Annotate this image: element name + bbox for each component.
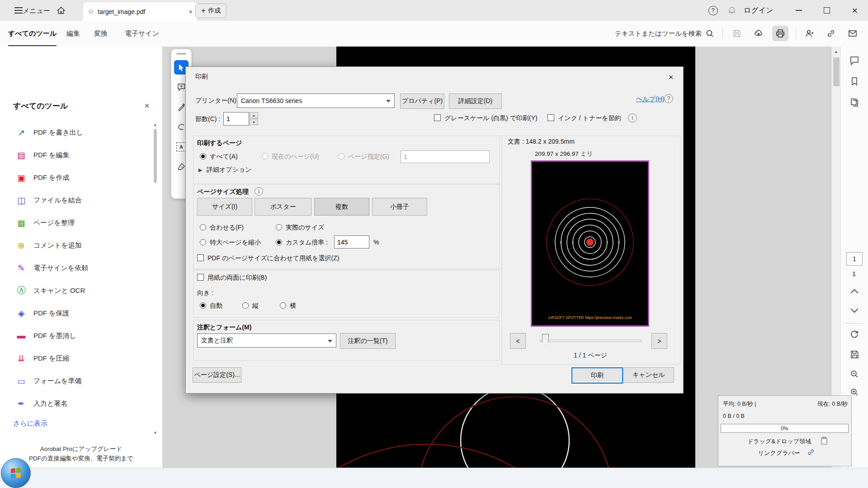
page-up-icon[interactable] xyxy=(849,287,860,299)
dialog-close-icon[interactable]: × xyxy=(664,71,678,83)
print-button[interactable]: 印刷 xyxy=(571,367,623,384)
cancel-button[interactable]: キャンセル xyxy=(623,367,674,383)
more-options-arrow-icon[interactable]: ▶ xyxy=(198,167,202,173)
sidebar-scrollbar[interactable]: ▲ ▼ xyxy=(153,122,157,435)
tab-edit[interactable]: 編集 xyxy=(66,21,80,46)
drag-handle[interactable] xyxy=(176,53,186,55)
tool-list-item[interactable]: ◈ PDF を保護 xyxy=(0,302,154,324)
tool-list-item[interactable]: ↗ PDF を書き出し xyxy=(0,121,154,144)
pages-all-label: すべて(A) xyxy=(210,153,238,161)
page-setup-button[interactable]: ページ設定(S)... xyxy=(193,367,241,383)
advanced-button[interactable]: 詳細設定(D) xyxy=(449,94,502,109)
save-ink-checkbox[interactable] xyxy=(547,114,554,121)
tab-esign[interactable]: 電子サイン xyxy=(125,21,159,46)
custom-scale-input[interactable] xyxy=(334,235,369,249)
tool-list-item[interactable]: ▦ ページを整理 xyxy=(0,211,154,234)
link-icon[interactable] xyxy=(823,26,839,41)
grayscale-checkbox[interactable] xyxy=(434,114,441,121)
scrollbar-thumb[interactable] xyxy=(833,57,840,86)
dnd-zone-label[interactable]: ドラッグ&ドロップ領域 xyxy=(747,437,811,446)
tool-list-item[interactable]: ⇊ PDF を圧縮 xyxy=(0,347,154,370)
page-range-input[interactable] xyxy=(401,150,490,163)
orientation-landscape-radio[interactable] xyxy=(280,302,286,309)
booklet-button[interactable]: 小冊子 xyxy=(372,198,427,216)
start-button[interactable] xyxy=(1,458,31,488)
scroll-down-icon[interactable]: ▼ xyxy=(153,431,157,435)
show-more-link[interactable]: さらに表示 xyxy=(13,419,47,428)
pages-all-radio[interactable] xyxy=(200,153,206,160)
size-button[interactable]: サイズ(I) xyxy=(197,198,252,216)
previous-page-button[interactable]: < xyxy=(510,333,526,349)
search-icon[interactable] xyxy=(702,26,718,41)
actual-size-radio[interactable] xyxy=(276,224,282,230)
comments-select[interactable]: 文書と注釈 xyxy=(197,333,336,347)
tool-list-item[interactable]: ▭ フォームを準備 xyxy=(0,370,154,392)
help-icon[interactable]: ? xyxy=(703,0,723,21)
copies-stepper[interactable]: ▲▼ xyxy=(250,112,258,126)
more-options-label[interactable]: 詳細オプション xyxy=(207,166,252,174)
restore-button[interactable] xyxy=(816,0,837,21)
create-button[interactable]: + 作成 xyxy=(195,4,226,18)
duplex-checkbox[interactable] xyxy=(197,274,204,281)
help-question-icon[interactable]: ? xyxy=(664,94,673,103)
email-icon[interactable] xyxy=(844,26,861,41)
tool-list-item[interactable]: ⊕ コメントを追加 xyxy=(0,234,154,257)
minimize-button[interactable] xyxy=(788,0,809,21)
tab-all-tools[interactable]: すべてのツール xyxy=(8,21,57,46)
search-label[interactable]: テキストまたはツールを検索 xyxy=(615,29,702,38)
favorite-star-icon[interactable]: ☆ xyxy=(88,7,94,16)
menu-label[interactable]: メニュー xyxy=(23,7,50,15)
save-icon[interactable] xyxy=(729,26,745,41)
shrink-radio[interactable] xyxy=(200,239,206,245)
comments-panel-icon[interactable] xyxy=(849,55,860,66)
copies-input[interactable] xyxy=(223,112,249,126)
page-down-icon[interactable] xyxy=(849,303,860,315)
info-icon[interactable]: i xyxy=(628,113,637,122)
multiple-button[interactable]: 複数 xyxy=(314,198,369,216)
tool-list-item[interactable]: ▣ PDF を作成 xyxy=(0,166,154,189)
tab-close-icon[interactable]: × xyxy=(189,8,193,15)
home-icon[interactable] xyxy=(51,0,71,21)
scroll-up-icon[interactable]: ▲ xyxy=(834,49,838,54)
help-link[interactable]: ヘルプ(H) xyxy=(636,95,664,103)
print-preview: 9 9 8 8 AIRSOFT SPOTTER https://precisio… xyxy=(531,160,649,327)
refresh-icon[interactable] xyxy=(849,328,860,340)
tool-list-item[interactable]: ◫ ファイルを結合 xyxy=(0,189,154,211)
pages-current-radio[interactable] xyxy=(262,153,268,160)
scrollbar-thumb[interactable] xyxy=(154,129,157,183)
tool-list-item[interactable]: ▤ PDF を編集 xyxy=(0,144,154,166)
close-button[interactable]: × xyxy=(844,0,865,21)
panel-close-icon[interactable]: × xyxy=(141,100,153,112)
share-upload-icon[interactable] xyxy=(750,26,767,41)
poster-button[interactable]: ポスター xyxy=(255,198,311,216)
document-tab[interactable]: ☆ target_image.pdf × xyxy=(83,2,197,21)
orientation-portrait-radio[interactable] xyxy=(242,302,249,309)
zoom-out-icon[interactable] xyxy=(849,368,860,380)
add-user-icon[interactable] xyxy=(801,26,817,41)
printer-select[interactable]: Canon TS6630 series xyxy=(237,94,395,108)
print-icon[interactable] xyxy=(772,26,788,41)
tool-list-item[interactable]: ✒ 入力と署名 xyxy=(0,392,154,415)
summarize-comments-button[interactable]: 注釈の一覧(T) xyxy=(340,333,396,349)
login-button[interactable]: ログイン xyxy=(744,6,774,15)
tool-list-item[interactable]: ✎ 電子サインを依頼 xyxy=(0,257,154,279)
properties-button[interactable]: プロパティ(P) xyxy=(400,94,444,109)
tool-list-item[interactable]: ▬ PDF を墨消し xyxy=(0,324,154,347)
fit-radio[interactable] xyxy=(200,224,206,230)
tab-convert[interactable]: 変換 xyxy=(94,21,108,46)
size-info-icon[interactable]: i xyxy=(255,187,263,196)
choose-paper-checkbox[interactable] xyxy=(197,254,204,261)
current-page-input[interactable]: 1 xyxy=(846,252,863,266)
pages-range-radio[interactable] xyxy=(338,153,344,160)
custom-scale-radio[interactable] xyxy=(276,239,282,245)
save-disk-icon[interactable] xyxy=(849,348,860,360)
link-grabber-label[interactable]: リンクグラバー xyxy=(758,449,800,457)
preview-slider[interactable] xyxy=(539,339,642,342)
orientation-auto-radio[interactable] xyxy=(200,302,206,309)
scroll-up-icon[interactable]: ▲ xyxy=(153,122,157,127)
page-thumbnails-icon[interactable] xyxy=(849,96,860,108)
bookmarks-panel-icon[interactable] xyxy=(849,75,860,87)
notifications-bell-icon[interactable] xyxy=(722,0,742,21)
tool-list-item[interactable]: Ⓐ スキャンと OCR xyxy=(0,279,154,302)
next-page-button[interactable]: > xyxy=(651,333,667,349)
